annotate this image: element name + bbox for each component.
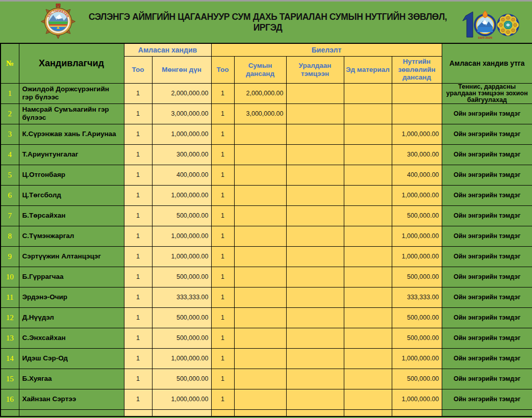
cell-fulfilled-count: 1 bbox=[211, 185, 234, 205]
cell-fulfilled-count: 1 bbox=[211, 267, 234, 287]
cell-pledged-amount: 500,000.00 bbox=[152, 369, 211, 389]
cell-row-number: 4 bbox=[1, 144, 19, 165]
cell-pledged-count: 1 bbox=[124, 185, 152, 205]
cell-materials bbox=[344, 389, 392, 409]
cell-pledge-note: Ойн энгэрийн тэмдэг bbox=[442, 185, 532, 205]
cell-pledged-count: 1 bbox=[124, 287, 152, 307]
col-header-note: Амласан хандив утга bbox=[442, 43, 532, 83]
cell-sum-account bbox=[234, 165, 286, 185]
cell-sum-account bbox=[234, 328, 286, 348]
cell-sum-account bbox=[234, 287, 286, 307]
cell-council-account: 300,000.00 bbox=[392, 144, 442, 165]
cell-pledge-note: Ойн энгэрийн тэмдэг bbox=[442, 246, 532, 267]
cell-materials bbox=[344, 409, 392, 416]
cell-row-number: 6 bbox=[1, 185, 19, 205]
cell-pledge-note: Теннис, дардасны уралдаан тэмцээн зохион… bbox=[442, 83, 532, 103]
cell-materials bbox=[344, 369, 392, 389]
table-row: 4Т.Ариунтунгалаг1300,000.001300,000.00Ой… bbox=[1, 144, 532, 165]
cell-materials bbox=[344, 144, 392, 165]
cell-donor-name: Ц.Отгонбаяр bbox=[19, 165, 124, 185]
cell-sum-account bbox=[234, 369, 286, 389]
cell-donor-name: С.Түмэнжаргал bbox=[19, 226, 124, 246]
table-row: 3К.Сүрэнжав хань Г.Ариунаа11,000,000.001… bbox=[1, 124, 532, 144]
table-body: 1Ожилдой Доржсүрэнгийн гэр бүлээс12,000,… bbox=[1, 83, 532, 416]
cell-fulfilled-count: 1 bbox=[211, 369, 234, 389]
cell-pledge-note: Ойн энгэрийн тэмдэг bbox=[442, 287, 532, 307]
table-row: 13С.Энхсайхан1500,000.001500,000.00Ойн э… bbox=[1, 328, 532, 348]
cell-donor-name: Хайнзан Сэртээ bbox=[19, 389, 124, 409]
cell-fulfilled-count: 1 bbox=[211, 328, 234, 348]
cell-pledged-count: 1 bbox=[124, 144, 152, 165]
table-row-partial bbox=[1, 409, 532, 416]
cell-donor-name: Б.Хуягаа bbox=[19, 369, 124, 389]
cell-pledged-count: 1 bbox=[124, 83, 152, 103]
cell-pledge-note bbox=[442, 409, 532, 416]
cell-pledged-amount: 333,333.00 bbox=[152, 287, 211, 307]
cell-competition bbox=[286, 205, 344, 226]
cell-competition bbox=[286, 409, 344, 416]
col-header-donors: Хандивлагчид bbox=[19, 43, 124, 83]
cell-pledged-amount: 500,000.00 bbox=[152, 307, 211, 328]
cell-pledged-count bbox=[124, 409, 152, 416]
col-header-council-account: Нутгийн зөвлөлийн дансанд bbox=[392, 56, 442, 83]
cell-pledge-note: Ойн энгэрийн тэмдэг bbox=[442, 205, 532, 226]
cell-donor-name: Т.Ариунтунгалаг bbox=[19, 144, 124, 165]
cell-sum-account bbox=[234, 307, 286, 328]
cell-row-number: 8 bbox=[1, 226, 19, 246]
cell-pledged-amount: 1,000,000.00 bbox=[152, 124, 211, 144]
cell-materials bbox=[344, 287, 392, 307]
cell-sum-account bbox=[234, 246, 286, 267]
cell-council-account: 500,000.00 bbox=[392, 328, 442, 348]
cell-sum-account bbox=[234, 389, 286, 409]
cell-pledge-note: Ойн энгэрийн тэмдэг bbox=[442, 165, 532, 185]
anniversary-years-label: 1925-2025 bbox=[478, 36, 493, 39]
cell-fulfilled-count: 1 bbox=[211, 307, 234, 328]
col-header-materials: Эд материал bbox=[344, 56, 392, 83]
cell-pledged-count: 1 bbox=[124, 226, 152, 246]
cell-pledged-amount: 1,000,000.00 bbox=[152, 246, 211, 267]
cell-competition bbox=[286, 124, 344, 144]
cell-council-account: 1,000,000.00 bbox=[392, 348, 442, 369]
cell-materials bbox=[344, 246, 392, 267]
cell-row-number: 9 bbox=[1, 246, 19, 267]
cell-sum-account bbox=[234, 226, 286, 246]
cell-council-account: 1,000,000.00 bbox=[392, 246, 442, 267]
cell-council-account: 1,000,000.00 bbox=[392, 185, 442, 205]
cell-pledge-note: Ойн энгэрийн тэмдэг bbox=[442, 307, 532, 328]
cell-pledge-note: Ойн энгэрийн тэмдэг bbox=[442, 369, 532, 389]
cell-sum-account bbox=[234, 409, 286, 416]
cell-competition bbox=[286, 226, 344, 246]
cell-council-account: 400,000.00 bbox=[392, 165, 442, 185]
cell-row-number: 3 bbox=[1, 124, 19, 144]
cell-donor-name: Идэш Сэр-Од bbox=[19, 348, 124, 369]
cell-fulfilled-count: 1 bbox=[211, 226, 234, 246]
cell-materials bbox=[344, 205, 392, 226]
cell-row-number: 14 bbox=[1, 348, 19, 369]
cell-donor-name: К.Сүрэнжав хань Г.Ариунаа bbox=[19, 124, 124, 144]
cell-sum-account: 3,000,000.00 bbox=[234, 103, 286, 124]
cell-materials bbox=[344, 348, 392, 369]
col-header-no: № bbox=[1, 43, 19, 83]
cell-pledged-amount: 1,000,000.00 bbox=[152, 185, 211, 205]
cell-materials bbox=[344, 328, 392, 348]
cell-council-account: 1,000,000.00 bbox=[392, 124, 442, 144]
cell-pledged-amount: 400,000.00 bbox=[152, 165, 211, 185]
cell-sum-account bbox=[234, 124, 286, 144]
cell-donor-name: Эрдэнэ-Очир bbox=[19, 287, 124, 307]
cell-donor-name: Д.Нүүдэл bbox=[19, 307, 124, 328]
col-header-competition: Уралдаан тэмцээн bbox=[286, 56, 344, 83]
cell-competition bbox=[286, 267, 344, 287]
cell-row-number: 7 bbox=[1, 205, 19, 226]
cell-competition bbox=[286, 144, 344, 165]
cell-pledged-count: 1 bbox=[124, 369, 152, 389]
cell-pledged-count: 1 bbox=[124, 348, 152, 369]
cell-competition bbox=[286, 287, 344, 307]
table-row: 8С.Түмэнжаргал11,000,000.0011,000,000.00… bbox=[1, 226, 532, 246]
cell-fulfilled-count: 1 bbox=[211, 83, 234, 103]
cell-sum-account: 2,000,000.00 bbox=[234, 83, 286, 103]
table-row: 5Ц.Отгонбаяр1400,000.001400,000.00Ойн эн… bbox=[1, 165, 532, 185]
cell-pledged-amount: 1,000,000.00 bbox=[152, 348, 211, 369]
cell-sum-account bbox=[234, 185, 286, 205]
cell-sum-account bbox=[234, 205, 286, 226]
col-group-pledged: Амласан хандив bbox=[124, 43, 211, 56]
